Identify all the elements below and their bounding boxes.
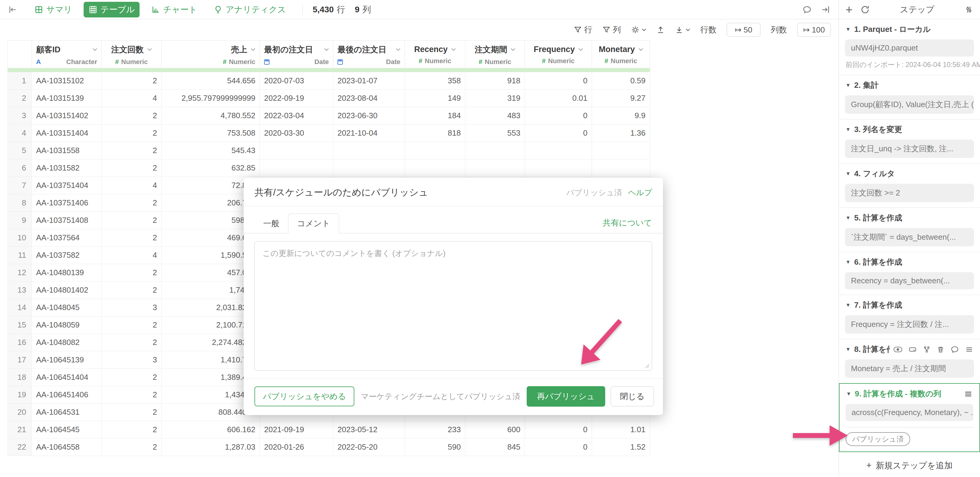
column-header[interactable]: 注文回数 # Numeric <box>102 41 162 68</box>
table-cell[interactable]: 3 <box>102 299 162 316</box>
table-cell[interactable]: 4 <box>102 246 162 264</box>
table-cell[interactable]: AA-1064558 <box>32 439 102 456</box>
table-cell[interactable]: 2 <box>102 316 162 334</box>
table-cell[interactable]: AA-1031582 <box>32 159 102 177</box>
table-cell[interactable]: 0 <box>525 421 592 439</box>
column-menu-chevron-icon[interactable] <box>451 48 456 51</box>
table-cell[interactable] <box>405 159 465 177</box>
caret-down-icon[interactable]: ▼ <box>846 347 851 353</box>
table-row[interactable]: 6 AA-10315822632.85 <box>8 159 650 177</box>
step-expression[interactable]: Frequency = 注文回数 / 注... <box>845 315 974 334</box>
tab-analytics[interactable]: アナリティクス <box>209 2 291 17</box>
about-sharing-link[interactable]: 共有について <box>603 218 652 233</box>
table-cell[interactable]: 2 <box>102 229 162 246</box>
collapse-left-icon[interactable] <box>8 5 18 14</box>
table-cell[interactable]: AA-1037582 <box>32 246 102 264</box>
tab-table[interactable]: テーブル <box>84 2 140 17</box>
table-cell[interactable]: AA-10315102 <box>32 72 102 90</box>
table-cell[interactable]: 3 <box>102 351 162 369</box>
table-cell[interactable]: 590 <box>405 439 465 456</box>
table-cell[interactable]: 753.508 <box>162 124 260 142</box>
refresh-icon[interactable] <box>860 5 870 14</box>
step-expression[interactable]: uNW4jHZ0.parquet <box>845 40 974 57</box>
table-cell[interactable]: 0 <box>525 439 592 456</box>
table-cell[interactable]: 2022-09-19 <box>260 90 333 107</box>
table-cell[interactable]: 2 <box>102 281 162 299</box>
table-cell[interactable]: 9.27 <box>592 90 650 107</box>
trash-icon[interactable] <box>937 345 945 353</box>
table-cell[interactable]: 233 <box>405 421 465 439</box>
table-cell[interactable]: 818 <box>405 124 465 142</box>
table-cell[interactable]: 2 <box>102 334 162 351</box>
column-menu-chevron-icon[interactable] <box>251 48 255 51</box>
caret-down-icon[interactable]: ▼ <box>846 391 851 397</box>
table-cell[interactable]: 606.162 <box>162 421 260 439</box>
table-cell[interactable]: AA-106451406 <box>32 386 102 404</box>
column-menu-chevron-icon[interactable] <box>511 48 515 51</box>
table-cell[interactable]: 483 <box>465 107 525 124</box>
table-cell[interactable]: 2023-08-04 <box>333 90 405 107</box>
sidebar-step[interactable]: ▼ 9. 計算を作成 - 複数の列 <box>839 383 980 452</box>
column-header[interactable]: 注文期間 # Numeric <box>465 41 525 68</box>
table-row[interactable]: 2 AA-1031513942,955.7979999999992022-09-… <box>8 90 650 107</box>
table-cell[interactable]: 2 <box>102 386 162 404</box>
table-cell[interactable]: AA-103751406 <box>32 194 102 212</box>
sidebar-step[interactable]: ▼ 8. 計算を作成 <box>839 339 980 383</box>
table-cell[interactable] <box>405 142 465 159</box>
table-cell[interactable]: AA-103151404 <box>32 124 102 142</box>
step-expression[interactable]: Group(顧客ID), Value(注文日,売上 (... <box>845 95 974 114</box>
column-header[interactable]: 最後の注文日 Date <box>333 41 405 68</box>
column-header[interactable]: Recency # Numeric <box>405 41 465 68</box>
table-cell[interactable]: 2 <box>102 421 162 439</box>
table-cell[interactable]: 149 <box>405 90 465 107</box>
table-cell[interactable]: AA-103751408 <box>32 212 102 229</box>
table-settings-button[interactable] <box>631 25 646 34</box>
table-cell[interactable] <box>525 159 592 177</box>
caret-down-icon[interactable]: ▼ <box>846 171 851 177</box>
table-cell[interactable]: AA-10315139 <box>32 90 102 107</box>
table-cell[interactable]: 545.43 <box>162 142 260 159</box>
column-header[interactable]: 顧客ID A Character <box>32 41 102 68</box>
table-cell[interactable]: 600 <box>465 421 525 439</box>
table-cell[interactable]: 632.85 <box>162 159 260 177</box>
table-cell[interactable]: 319 <box>465 90 525 107</box>
caret-down-icon[interactable]: ▼ <box>846 259 851 265</box>
table-cell[interactable] <box>333 142 405 159</box>
table-cell[interactable]: 2 <box>102 194 162 212</box>
tab-general[interactable]: 一般 <box>255 213 288 234</box>
table-cell[interactable]: 2 <box>102 107 162 124</box>
caret-down-icon[interactable]: ▼ <box>846 215 851 221</box>
table-cell[interactable]: 2023-01-07 <box>333 72 405 90</box>
step-expression[interactable]: `注文期間` = days_between(... <box>845 228 974 246</box>
sidebar-step[interactable]: ▼ 3. 列名を変更 <box>839 119 980 163</box>
table-cell[interactable]: 4,780.552 <box>162 107 260 124</box>
sidebar-step[interactable]: ▼ 7. 計算を作成 <box>839 295 980 339</box>
table-cell[interactable]: AA-103151402 <box>32 107 102 124</box>
table-cell[interactable]: 2 <box>102 369 162 386</box>
tab-chart[interactable]: チャート <box>146 2 202 17</box>
column-header[interactable]: 最初の注文日 Date <box>260 41 333 68</box>
column-header[interactable]: Monetary # Numeric <box>592 41 650 68</box>
column-menu-chevron-icon[interactable] <box>578 48 583 51</box>
table-cell[interactable]: AA-1064545 <box>32 421 102 439</box>
table-cell[interactable]: 2 <box>102 264 162 281</box>
table-cell[interactable]: 544.656 <box>162 72 260 90</box>
table-cell[interactable]: 2 <box>102 72 162 90</box>
table-row[interactable]: 5 AA-10315582545.43 <box>8 142 650 159</box>
table-cell[interactable]: AA-10480139 <box>32 264 102 281</box>
table-cell[interactable]: 1.52 <box>592 439 650 456</box>
table-cell[interactable]: 2 <box>102 124 162 142</box>
table-cell[interactable]: 1.01 <box>592 421 650 439</box>
table-cell[interactable]: 2 <box>102 142 162 159</box>
collapse-right-icon[interactable] <box>821 5 830 14</box>
sidebar-step[interactable]: ▼ 1. Parquet - ローカル <box>839 19 980 75</box>
table-cell[interactable]: AA-1064531 <box>32 404 102 421</box>
filter-rows-button[interactable]: 行 <box>574 24 592 35</box>
table-cell[interactable]: 0.01 <box>525 90 592 107</box>
table-cell[interactable]: AA-1031558 <box>32 142 102 159</box>
table-cell[interactable]: AA-103751404 <box>32 177 102 194</box>
table-cell[interactable]: 845 <box>465 439 525 456</box>
step-expression[interactable]: 注文日_unq -> 注文回数, 注... <box>845 140 974 158</box>
table-cell[interactable]: 2023-06-30 <box>333 107 405 124</box>
table-cell[interactable]: AA-1048045 <box>32 299 102 316</box>
